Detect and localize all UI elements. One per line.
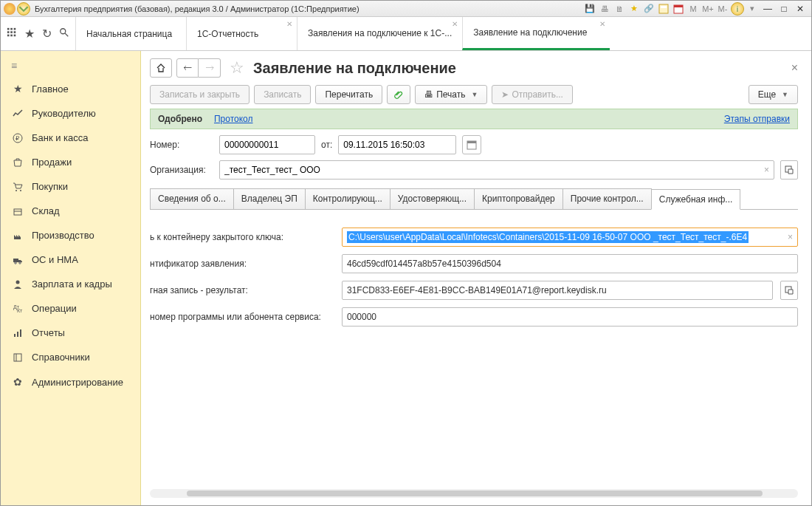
svg-rect-3 [674,5,683,7]
inner-tabstrip: Сведения об о... Владелец ЭП Контролирую… [150,188,798,210]
sidebar-label: ОС и НМА [32,254,78,265]
back-button[interactable]: 🡐 [176,58,199,78]
program-number-input[interactable]: 000000 [342,307,798,326]
history-icon[interactable]: ↻ [42,27,52,41]
date-input[interactable] [338,135,456,154]
number-input[interactable] [219,135,315,154]
inner-tab-crypto[interactable]: Криптопровайдер [474,188,563,209]
inner-tab-service[interactable]: Служебная инф... [651,189,741,210]
sidebar-item-warehouse[interactable]: Склад [1,199,140,223]
protocol-link[interactable]: Протокол [214,114,253,124]
sidebar-label: Зарплата и кадры [32,278,112,290]
factory-icon [11,230,24,241]
sidebar-toggle[interactable]: ≡ [1,55,140,76]
sidebar-item-purchases[interactable]: Покупки [1,174,140,199]
date-field[interactable] [343,140,451,150]
tab-close-icon[interactable]: ✕ [286,20,292,28]
tab-reporting[interactable]: 1С-Отчетность ✕ [186,17,297,50]
calendar-icon [467,140,477,150]
stages-link[interactable]: Этапы отправки [724,114,790,124]
apps-grid-icon[interactable] [7,27,17,41]
compare-icon[interactable]: 🗎 [613,2,626,16]
number-field[interactable] [224,140,310,150]
open-account-button[interactable] [780,281,798,300]
info-dropdown-icon[interactable]: ▾ [746,2,759,16]
star-icon: ★ [11,83,24,95]
save-icon[interactable]: 💾 [583,2,596,16]
star-icon[interactable]: ★ [24,27,35,41]
info-icon[interactable]: i [731,2,744,16]
tab-application[interactable]: Заявление на подключение ✕ [462,17,610,50]
inner-tab-owner[interactable]: Владелец ЭП [233,188,306,209]
inner-tab-controlling[interactable]: Контролирующ... [305,188,390,209]
sidebar-item-production[interactable]: Производство [1,223,140,247]
horizontal-scrollbar[interactable] [150,489,798,498]
svg-text:₽: ₽ [16,135,19,142]
calculator-icon[interactable] [657,2,670,16]
sidebar-item-bank[interactable]: ₽Банк и касса [1,126,140,150]
sidebar-label: Продажи [32,157,72,168]
send-icon: ➤ [501,89,509,100]
memory-mplus[interactable]: M+ [701,2,715,16]
tab-close-icon[interactable]: ✕ [599,20,605,28]
more-button[interactable]: Еще▼ [749,85,798,104]
save-button[interactable]: Записать [254,85,311,104]
tab-close-icon[interactable]: ✕ [452,20,458,29]
save-close-button[interactable]: Записать и закрыть [150,85,250,104]
reread-button[interactable]: Перечитать [315,85,382,104]
svg-rect-7 [7,31,10,33]
clear-icon[interactable]: × [788,232,793,242]
sidebar-item-reports[interactable]: Отчеты [1,321,140,345]
links-icon[interactable]: 🔗 [642,2,656,16]
sidebar-item-assets[interactable]: ОС и НМА [1,247,140,272]
tab-applications-list[interactable]: Заявления на подключение к 1С-... ✕ [297,17,462,50]
calendar-picker-button[interactable] [462,135,481,154]
report-icon [11,328,24,338]
page-title: Заявление на подключение [253,60,456,77]
favorite-star-icon[interactable]: ★ [627,2,641,16]
sidebar-item-catalogs[interactable]: Справочники [1,345,140,369]
close-page-button[interactable]: × [791,61,798,75]
svg-rect-29 [20,329,21,337]
maximize-button[interactable]: □ [777,3,791,15]
print-icon[interactable]: 🖶 [598,2,611,16]
inner-tab-other[interactable]: Прочие контрол... [562,188,652,209]
open-org-button[interactable] [780,160,798,180]
account-result-input[interactable]: 31FCD833-E6EF-4E81-B9CC-BAB149E01A71@rep… [342,281,773,300]
attach-button[interactable] [387,85,410,104]
svg-rect-30 [14,354,21,361]
sidebar-label: Операции [32,303,77,314]
search-icon[interactable] [59,27,69,41]
favorite-toggle-icon[interactable]: ☆ [230,58,244,78]
memory-m[interactable]: M [687,2,700,16]
forward-button[interactable]: 🡒 [199,58,221,78]
inner-tab-certifying[interactable]: Удостоверяющ... [390,188,475,209]
inner-tab-info[interactable]: Сведения об о... [150,188,234,209]
memory-mminus[interactable]: M- [716,2,729,16]
identifier-input[interactable]: 46cd59cdf014457a8b57e4150396d504 [342,254,798,273]
clear-icon[interactable]: × [764,165,769,175]
status-bar: Одобрено Протокол Этапы отправки [150,109,798,129]
sidebar-item-main[interactable]: ★Главное [1,76,140,101]
org-field[interactable] [224,165,761,175]
print-button[interactable]: 🖶Печать▼ [415,85,487,104]
home-button[interactable] [150,58,172,78]
sidebar-item-operations[interactable]: ДтКтОперации [1,296,140,321]
send-button[interactable]: ➤Отправить... [492,85,573,104]
close-window-button[interactable]: ✕ [793,3,808,15]
minimize-button[interactable]: — [760,3,775,15]
scrollbar-thumb[interactable] [187,490,763,496]
sidebar-item-salary[interactable]: Зарплата и кадры [1,272,140,296]
person-icon [11,279,24,290]
org-input[interactable]: × [219,160,774,180]
sidebar-label: Склад [32,205,60,216]
app-menu-dropdown[interactable] [17,2,30,16]
calendar-icon[interactable] [672,2,685,16]
container-path-input[interactable]: C:\Users\user\AppData\Local\Infotecs\Con… [342,228,798,247]
tab-home[interactable]: Начальная страница [75,17,186,50]
sidebar-item-admin[interactable]: ✿Администрирование [1,369,140,394]
svg-rect-27 [14,334,16,337]
sidebar-item-sales[interactable]: Продажи [1,150,140,174]
window-title: Бухгалтерия предприятия (базовая), редак… [35,4,359,13]
sidebar-item-manager[interactable]: Руководителю [1,101,140,126]
